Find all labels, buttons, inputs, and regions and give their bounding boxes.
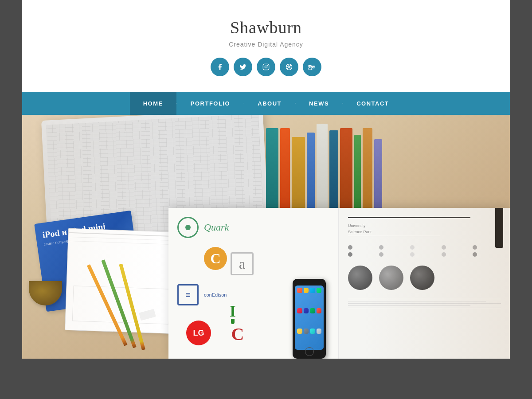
hero-section: iPod и iPod mini самые популярные mp3-пл…: [22, 115, 510, 359]
phone-device: [293, 279, 326, 359]
svg-point-2: [267, 65, 268, 66]
site-header: Shawburn Creative Digital Agency: [22, 0, 510, 92]
page-wrapper: Shawburn Creative Digital Agency: [22, 0, 510, 359]
behance-icon[interactable]: Bē: [303, 58, 321, 76]
nav-home[interactable]: HOME: [130, 92, 176, 115]
site-tagline: Creative Digital Agency: [31, 41, 501, 48]
svg-point-1: [265, 66, 267, 68]
svg-rect-0: [263, 64, 269, 70]
book-right-page: University Science Park: [339, 208, 510, 359]
site-title: Shawburn: [31, 18, 501, 37]
nav-portfolio[interactable]: PORTFOLIO: [177, 92, 243, 115]
instagram-icon[interactable]: [257, 58, 275, 76]
svg-text:Bē: Bē: [309, 65, 314, 69]
nav-contact[interactable]: CONTACT: [343, 92, 402, 115]
phone-screen: [295, 286, 324, 350]
twitter-icon[interactable]: [234, 58, 252, 76]
social-icons-bar: Bē: [31, 58, 501, 76]
nav-news[interactable]: NEWS: [296, 92, 342, 115]
open-book: Quark C a ≡: [168, 208, 510, 359]
facebook-icon[interactable]: [211, 58, 229, 76]
dribbble-icon[interactable]: [280, 58, 298, 76]
main-navigation: HOME • PORTFOLIO • ABOUT • NEWS • CONTAC…: [22, 92, 510, 115]
books-section: [266, 115, 466, 217]
nav-about[interactable]: ABOUT: [244, 92, 295, 115]
